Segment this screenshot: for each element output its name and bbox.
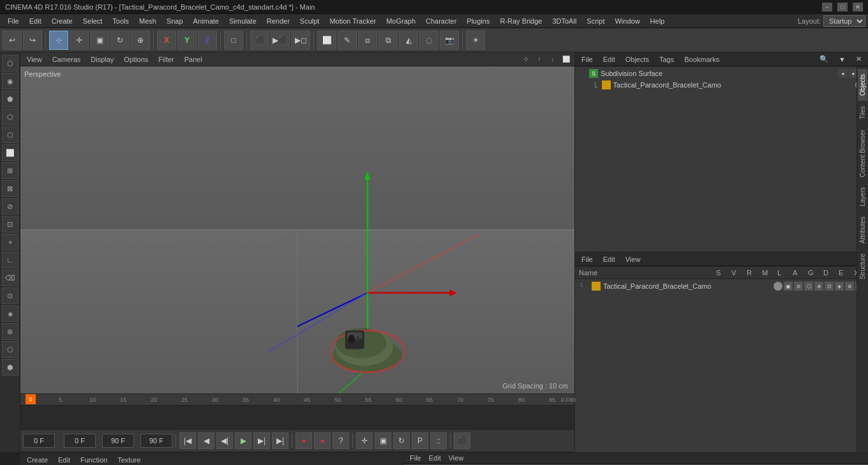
render-region[interactable]: ⬛ <box>250 31 269 50</box>
minimize-button[interactable]: − <box>822 3 832 11</box>
st3[interactable]: ⊘ <box>794 282 803 291</box>
all-transport[interactable]: :: <box>430 432 447 449</box>
om-objects[interactable]: Objects <box>623 54 652 65</box>
mode-spline[interactable]: ⬡ <box>2 126 19 143</box>
menu-character[interactable]: Character <box>421 16 461 26</box>
tab-tiles[interactable]: Tiles <box>858 101 867 125</box>
vp-filter[interactable]: Filter <box>154 54 177 65</box>
tool-8[interactable]: ⌫ <box>2 270 19 286</box>
tool-11[interactable]: ⊛ <box>2 323 19 340</box>
menu-window[interactable]: Window <box>610 16 645 26</box>
mode-texture[interactable]: ◉ <box>2 73 19 89</box>
om-close[interactable]: ✕ <box>853 54 864 65</box>
go-start-button[interactable]: |◀ <box>179 432 196 449</box>
play-reverse-button[interactable]: ◀| <box>216 432 233 449</box>
om-tags[interactable]: Tags <box>657 54 677 65</box>
transform-tool[interactable]: ⊕ <box>131 31 150 50</box>
vp-view[interactable]: View <box>23 54 46 65</box>
menu-simulate[interactable]: Simulate <box>224 16 262 26</box>
mode-edge[interactable]: ⬟ <box>2 91 19 107</box>
cube-tool[interactable]: ⬜ <box>317 31 336 50</box>
tool-6[interactable]: ⌖ <box>2 234 19 250</box>
bm-edit[interactable]: Edit <box>601 254 618 264</box>
om-bookmarks[interactable]: Bookmarks <box>682 54 722 65</box>
record-auto-button[interactable]: ● <box>314 432 331 449</box>
record-button[interactable]: ● <box>296 432 312 449</box>
menu-select[interactable]: Select <box>78 16 108 26</box>
pos-transport[interactable]: P <box>412 432 428 449</box>
light-tool[interactable]: ☀ <box>466 31 485 50</box>
menu-tools[interactable]: Tools <box>107 16 134 26</box>
object-mode[interactable]: □ <box>224 31 243 50</box>
scale-transport[interactable]: ▣ <box>375 432 391 449</box>
spline-tool[interactable]: ✎ <box>338 31 357 50</box>
scale-tool[interactable]: ▣ <box>90 31 109 50</box>
mat-create[interactable]: Create <box>24 455 50 465</box>
mode-model[interactable]: ⬡ <box>2 55 19 72</box>
undo-button[interactable]: ↩ <box>3 31 22 50</box>
rotate-tool[interactable]: ↻ <box>110 31 130 50</box>
mat-texture[interactable]: Texture <box>115 455 143 465</box>
z-axis[interactable]: Z <box>198 31 217 50</box>
viewport-icon-3[interactable]: ↓ <box>547 54 558 65</box>
timeline-track[interactable] <box>20 406 574 429</box>
tab-objects[interactable]: Objects <box>858 69 867 101</box>
subdivision-tool[interactable]: ⧈ <box>358 31 377 50</box>
vp-display[interactable]: Display <box>87 54 117 65</box>
tool-2[interactable]: ⊞ <box>2 162 19 179</box>
menu-sculpt[interactable]: Sculpt <box>295 16 325 26</box>
viewport-icon-2[interactable]: ↑ <box>534 54 545 65</box>
st8[interactable]: ⊛ <box>845 282 854 291</box>
close-button[interactable]: ✕ <box>853 3 863 11</box>
mode-poly[interactable]: ⬠ <box>2 109 19 125</box>
timeline-button[interactable]: ⬛ <box>454 432 470 449</box>
menu-motion-tracker[interactable]: Motion Tracker <box>324 16 381 26</box>
tool-9[interactable]: ⊙ <box>2 287 19 304</box>
menu-mesh[interactable]: Mesh <box>134 16 161 26</box>
x-axis[interactable]: X <box>157 31 176 50</box>
end-frame-field[interactable]: 90 F <box>102 434 134 448</box>
menu-edit[interactable]: Edit <box>24 16 47 26</box>
tool-7[interactable]: ∟ <box>2 252 19 268</box>
menu-3dtoall[interactable]: 3DToAll <box>547 16 581 26</box>
move-transport[interactable]: ✛ <box>356 432 373 449</box>
vp-panel[interactable]: Panel <box>181 54 206 65</box>
terrain-tool[interactable]: ◭ <box>399 31 418 50</box>
object-row-subdivision[interactable]: S Subdivision Surface ● ● ✓ <box>575 68 868 79</box>
mat-function[interactable]: Function <box>78 455 110 465</box>
tab-content-browser[interactable]: Content Browser <box>858 125 867 182</box>
y-axis[interactable]: Y <box>177 31 197 50</box>
start-frame-field[interactable]: 0 F <box>64 434 96 448</box>
tool-5[interactable]: ⊡ <box>2 216 19 232</box>
vis-icon[interactable]: ● <box>839 69 848 78</box>
tab-attributes[interactable]: Attributes <box>858 211 867 248</box>
st1[interactable] <box>774 282 782 291</box>
menu-rray[interactable]: R-Ray Bridge <box>495 16 547 26</box>
rotate-transport[interactable]: ↻ <box>393 432 410 449</box>
menu-animate[interactable]: Animate <box>188 16 224 26</box>
bm-view[interactable]: View <box>623 254 643 264</box>
object-row-bracelet[interactable]: L Tactical_Paracord_Bracelet_Camo <box>575 79 868 91</box>
st4[interactable]: ⬡ <box>804 282 813 291</box>
tab-structure[interactable]: Structure <box>858 248 867 285</box>
prev-frame-button[interactable]: ◀ <box>198 432 214 449</box>
menu-create[interactable]: Create <box>47 16 78 26</box>
render-interactive[interactable]: ▶⬛ <box>271 31 290 50</box>
om-filter[interactable]: ▼ <box>836 54 848 65</box>
menu-help[interactable]: Help <box>645 16 670 26</box>
mat-edit[interactable]: Edit <box>56 455 73 465</box>
move-tool[interactable]: ✛ <box>70 31 89 50</box>
next-frame-button[interactable]: ▶| <box>253 432 270 449</box>
bot-bracelet-row[interactable]: └ Tactical_Paracord_Bracelet_Camo ▣ ⊘ ⬡ … <box>575 280 868 292</box>
current-frame-field[interactable]: 0 F <box>23 434 55 448</box>
tab-layers[interactable]: Layers <box>858 182 867 211</box>
tool-12[interactable]: ⬡ <box>2 341 19 358</box>
menu-render[interactable]: Render <box>262 16 295 26</box>
tool-4[interactable]: ⊘ <box>2 198 19 215</box>
camera-tool[interactable]: 📷 <box>440 31 459 50</box>
tool-1[interactable]: ⬜ <box>2 144 19 161</box>
attr-file[interactable]: File <box>407 453 424 463</box>
frame-rate-field[interactable]: 90 F <box>140 434 172 448</box>
select-tool[interactable]: ⊹ <box>49 31 68 50</box>
instance-tool[interactable]: ⧉ <box>378 31 398 50</box>
